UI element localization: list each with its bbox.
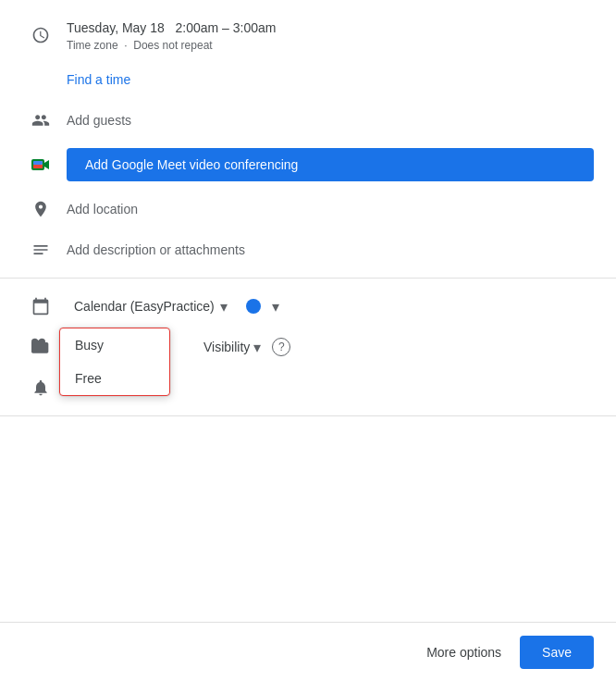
calendar-selector-button[interactable]: Calendar (EasyPractice) ▾ xyxy=(67,294,235,319)
footer: More options Save xyxy=(0,622,616,681)
datetime-row: Tuesday, May 18 2:00am – 3:00am Time zon… xyxy=(0,11,616,59)
google-meet-button[interactable]: Add Google Meet video conferencing xyxy=(67,148,594,181)
datetime-content: Tuesday, May 18 2:00am – 3:00am Time zon… xyxy=(67,19,594,52)
add-location-row[interactable]: Add location xyxy=(0,189,616,229)
find-time-row: Find a time xyxy=(0,59,616,100)
add-guests-row[interactable]: Add guests xyxy=(0,100,616,141)
status-options-row: Busy Free Visibility ▾ ? xyxy=(67,335,594,360)
google-meet-content[interactable]: Add Google Meet video conferencing xyxy=(67,148,594,181)
calendar-selector-row: Calendar (EasyPractice) ▾ ▾ xyxy=(67,294,594,319)
status-option-busy[interactable]: Busy xyxy=(60,328,169,362)
location-icon xyxy=(22,200,59,218)
add-description-row[interactable]: Add description or attachments xyxy=(0,229,616,270)
status-row: Busy Free Visibility ▾ ? xyxy=(0,327,616,367)
calendar-icon xyxy=(22,297,59,316)
more-options-button[interactable]: More options xyxy=(415,636,512,669)
find-time-content[interactable]: Find a time xyxy=(67,68,594,91)
repeat-label: Does not repeat xyxy=(133,39,212,52)
status-icon xyxy=(22,338,59,356)
visibility-dropdown-arrow: ▾ xyxy=(253,339,261,356)
calendar-dot-dropdown-arrow[interactable]: ▾ xyxy=(272,298,279,316)
status-content: Busy Free Visibility ▾ ? xyxy=(67,335,594,360)
svg-rect-4 xyxy=(33,165,43,168)
help-question-mark: ? xyxy=(278,340,285,353)
find-time-link[interactable]: Find a time xyxy=(67,68,594,91)
google-meet-row: Add Google Meet video conferencing xyxy=(0,141,616,189)
help-icon[interactable]: ? xyxy=(272,338,290,356)
divider-1 xyxy=(0,278,616,279)
timezone-label: Time zone xyxy=(67,39,118,52)
calendar-color-dot[interactable] xyxy=(246,299,261,314)
clock-icon xyxy=(22,26,59,44)
meet-icon xyxy=(22,154,59,176)
event-sub-info: Time zone · Does not repeat xyxy=(67,39,594,52)
calendar-row: Calendar (EasyPractice) ▾ ▾ xyxy=(0,286,616,327)
divider-2 xyxy=(0,415,616,416)
event-datetime: Tuesday, May 18 2:00am – 3:00am xyxy=(67,19,594,38)
svg-rect-3 xyxy=(33,161,43,165)
save-button[interactable]: Save xyxy=(520,636,594,669)
bell-icon xyxy=(22,378,59,397)
guests-icon xyxy=(22,111,59,130)
event-date: Tuesday, May 18 xyxy=(67,20,165,35)
description-icon xyxy=(22,241,59,259)
visibility-dropdown-button[interactable]: Visibility ▾ xyxy=(196,335,268,360)
add-location-label: Add location xyxy=(67,202,594,217)
event-time-range: 2:00am – 3:00am xyxy=(176,20,277,35)
status-free-label: Free xyxy=(75,371,102,386)
main-content: Tuesday, May 18 2:00am – 3:00am Time zon… xyxy=(0,0,616,435)
visibility-label: Visibility xyxy=(203,340,250,354)
status-busy-label: Busy xyxy=(75,338,104,353)
calendar-content: Calendar (EasyPractice) ▾ ▾ xyxy=(67,294,594,319)
add-guests-content: Add guests xyxy=(67,113,594,128)
status-dropdown-popup: Busy Free xyxy=(59,328,170,396)
calendar-dropdown-arrow: ▾ xyxy=(220,298,228,316)
status-option-free[interactable]: Free xyxy=(60,362,169,395)
add-guests-label: Add guests xyxy=(67,113,594,128)
add-description-label: Add description or attachments xyxy=(67,242,594,257)
add-location-content: Add location xyxy=(67,202,594,217)
calendar-label: Calendar (EasyPractice) xyxy=(74,299,215,314)
add-description-content: Add description or attachments xyxy=(67,242,594,257)
